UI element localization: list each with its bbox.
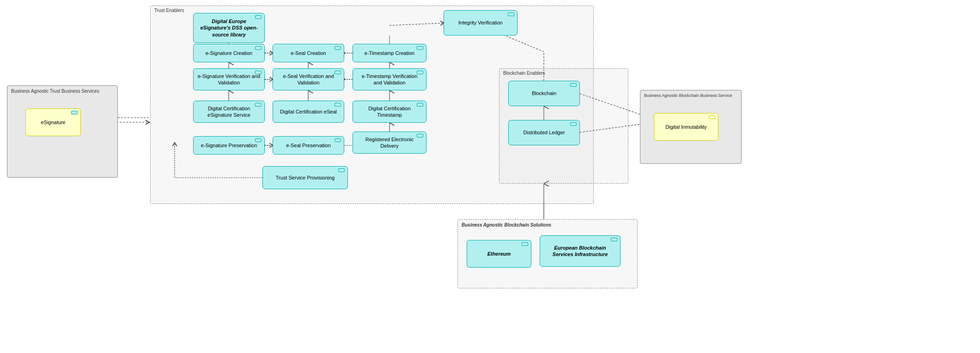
trust-business-services-label: Business Agnostic Trust Business Service… — [11, 89, 99, 94]
esig-verification-box: e-Signature Verification and Validation — [193, 68, 265, 90]
blockchain-icon — [570, 83, 577, 87]
etimestamp-creation-box: e-Timestamp Creation — [353, 44, 426, 62]
digital-cert-eseal-box: Digital Certification eSeal — [273, 101, 344, 123]
blockchain-box: Blockchain — [508, 81, 580, 106]
esig-creation-box: e-Signature Creation — [193, 44, 265, 62]
esig-verification-label: e-Signature Verification and Validation — [197, 73, 261, 86]
esig-preservation-box: e-Signature Preservation — [193, 136, 265, 155]
eseal-preservation-box: e-Seal Preservation — [273, 136, 344, 155]
digital-cert-eseal-label: Digital Certification eSeal — [280, 108, 337, 115]
european-blockchain-box: European Blockchain Services Infrastruct… — [540, 235, 621, 267]
eseal-creation-icon — [335, 46, 341, 50]
ethereum-label: Ethereum — [487, 251, 511, 257]
esignature-box: eSignature — [25, 108, 81, 136]
eseal-verification-icon — [335, 71, 341, 74]
digital-inmutability-label: Digital Inmutability — [665, 124, 706, 130]
dss-library-label: Digital Europe eSignature's DSS open-sou… — [197, 18, 261, 38]
digital-cert-esig-box: Digital Certification eSignature Service — [193, 101, 265, 123]
ethereum-box: Ethereum — [467, 240, 531, 268]
blockchain-enablers-label: Blockchain Enablers — [503, 71, 545, 76]
registered-delivery-box: Registered Electronic Delivery — [353, 132, 426, 154]
etimestamp-creation-label: e-Timestamp Creation — [365, 50, 414, 56]
digital-cert-timestamp-box: Digital Certification Timestamp — [353, 101, 426, 123]
eseal-preservation-icon — [335, 138, 341, 142]
eseal-verification-box: e-Seal Verification and Validation — [273, 68, 344, 90]
esig-verification-icon — [255, 71, 262, 74]
dss-library-box: Digital Europe eSignature's DSS open-sou… — [193, 13, 265, 43]
distributed-ledger-box: Distributed Ledger — [508, 120, 580, 145]
esig-preservation-icon — [255, 138, 262, 142]
european-blockchain-label: European Blockchain Services Infrastruct… — [544, 245, 616, 258]
european-blockchain-icon — [611, 238, 617, 241]
integrity-verification-label: Integrity Verification — [458, 19, 503, 26]
distributed-ledger-label: Distributed Ledger — [523, 129, 565, 136]
esignature-icon — [71, 111, 78, 114]
eseal-creation-box: e-Seal Creation — [273, 44, 344, 62]
registered-delivery-label: Registered Electronic Delivery — [357, 136, 422, 150]
trust-service-provisioning-label: Trust Service Provisioning — [276, 174, 335, 181]
digital-cert-eseal-icon — [335, 103, 341, 107]
eseal-creation-label: e-Seal Creation — [291, 50, 326, 56]
blockchain-business-label: Business Agnostic Blockchain Business Se… — [644, 93, 732, 99]
eseal-verification-label: e-Seal Verification and Validation — [277, 73, 340, 86]
eseal-preservation-label: e-Seal Preservation — [286, 142, 331, 149]
dss-library-icon — [255, 15, 262, 19]
esig-creation-icon — [255, 46, 262, 50]
esig-preservation-label: e-Signature Preservation — [201, 142, 257, 149]
etimestamp-creation-icon — [417, 46, 423, 50]
esignature-label: eSignature — [41, 119, 65, 126]
distributed-ledger-icon — [570, 122, 577, 126]
etimestamp-verification-box: e-Timestamp Verification and Validation — [353, 68, 426, 90]
digital-cert-esig-label: Digital Certification eSignature Service — [197, 105, 261, 119]
trust-service-provisioning-box: Trust Service Provisioning — [262, 166, 348, 189]
trust-enablers-label: Trust Enablers — [154, 8, 184, 13]
digital-inmutability-icon — [709, 115, 715, 119]
trust-service-provisioning-icon — [338, 168, 345, 172]
ethereum-icon — [522, 242, 528, 246]
blockchain-label: Blockchain — [532, 90, 556, 96]
digital-inmutability-box: Digital Inmutability — [654, 113, 718, 141]
blockchain-solutions-label: Business Agnostic Blockchain Solutions — [462, 222, 551, 227]
integrity-verification-icon — [508, 12, 514, 16]
digital-cert-timestamp-label: Digital Certification Timestamp — [357, 105, 422, 119]
integrity-verification-box: Integrity Verification — [444, 10, 517, 36]
registered-delivery-icon — [417, 134, 423, 138]
diagram-container: Business Agnostic Trust Business Service… — [0, 0, 980, 353]
digital-cert-esig-icon — [255, 103, 262, 107]
etimestamp-verification-icon — [417, 71, 423, 74]
etimestamp-verification-label: e-Timestamp Verification and Validation — [357, 73, 422, 86]
digital-cert-timestamp-icon — [417, 103, 423, 107]
esig-creation-label: e-Signature Creation — [206, 50, 253, 56]
